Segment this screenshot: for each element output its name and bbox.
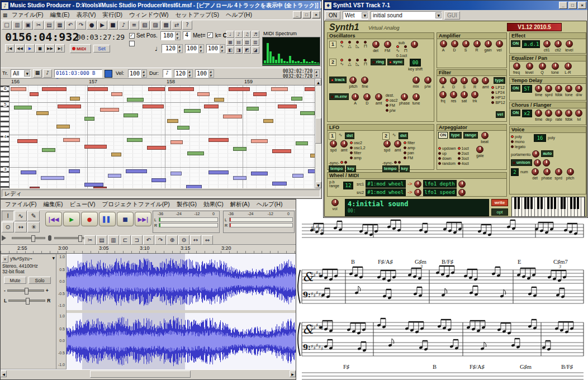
midi-note[interactable] <box>233 176 246 180</box>
arp-range-option[interactable]: 3oct <box>458 156 469 161</box>
voice-knob[interactable] <box>532 168 539 175</box>
spinner-arrows[interactable] <box>220 44 225 53</box>
midi-note[interactable] <box>14 106 32 110</box>
follow-button[interactable] <box>105 70 112 78</box>
lfo1-tempo-button[interactable]: tempo <box>329 165 345 172</box>
mod-env-decay-knob[interactable] <box>363 93 371 101</box>
scroll-right-arrow[interactable]: ▶ <box>290 370 296 377</box>
lfo1-key-button[interactable]: key <box>346 165 357 172</box>
multi-tool-icon[interactable]: ✳ <box>27 222 40 232</box>
menu-item[interactable]: 実行(D) <box>99 11 126 20</box>
midi-note[interactable] <box>143 104 164 108</box>
track-select[interactable]: All▼ <box>11 69 31 78</box>
midi-note[interactable] <box>42 87 67 91</box>
cut-icon[interactable]: ✂ <box>84 235 96 245</box>
lfo1-speed-knob[interactable] <box>330 140 337 148</box>
arp-range-option[interactable]: 2oct <box>458 151 469 156</box>
mdi-close-button[interactable]: × <box>312 11 320 18</box>
wet-dry-select[interactable]: Wet▼ <box>343 11 368 20</box>
delay-knob[interactable] <box>535 85 542 92</box>
arp-on-button[interactable]: ON <box>438 132 448 139</box>
menu-item[interactable]: 編集(E) <box>40 200 66 209</box>
mod-env-dest-option[interactable]: osc2 <box>386 98 398 103</box>
midi-note[interactable] <box>271 87 288 91</box>
midi-note[interactable] <box>127 138 143 142</box>
redo-icon[interactable]: ↷ <box>155 235 166 245</box>
arp-range-button[interactable]: range <box>463 132 478 139</box>
arp-type-option[interactable]: updown <box>438 146 456 151</box>
chorus-knob[interactable] <box>575 110 582 117</box>
beat-value-box[interactable]: 4 <box>183 31 191 40</box>
phase-knob[interactable] <box>401 93 408 101</box>
midi-note[interactable] <box>177 126 189 130</box>
eq-pan-knob[interactable] <box>552 63 559 70</box>
chorus-on-button[interactable]: ON <box>511 110 520 116</box>
play-button[interactable]: ▶ <box>63 212 80 226</box>
midi-note[interactable] <box>229 87 250 91</box>
chorus-knob[interactable] <box>535 110 542 117</box>
src2-display[interactable]: #1:mod wheel <box>366 188 406 196</box>
src2-amount-knob[interactable] <box>414 189 421 196</box>
arp-beat-knob[interactable] <box>481 132 489 139</box>
midi-note[interactable] <box>305 87 315 91</box>
arp-type-button[interactable]: type <box>449 132 461 139</box>
osc1-detune-knob[interactable] <box>372 41 380 48</box>
master-volume-knob[interactable] <box>331 199 339 206</box>
stop-button[interactable]: ■ <box>117 212 134 226</box>
midi-note[interactable] <box>56 125 70 129</box>
slider-thumb[interactable] <box>31 235 35 242</box>
amplifier-knob[interactable] <box>440 40 447 48</box>
midi-note[interactable] <box>170 140 183 144</box>
midi-note[interactable] <box>69 169 80 173</box>
mod-env-dest-option[interactable]: p/w <box>386 108 398 113</box>
minimize-button[interactable]: _ <box>320 2 321 9</box>
midi-note[interactable] <box>308 169 315 173</box>
pitch-knob[interactable] <box>349 77 357 84</box>
midi-note[interactable] <box>30 92 39 96</box>
filter-type-option[interactable]: LP24 <box>491 90 505 95</box>
lfo2-tempo-button[interactable]: tempo <box>382 165 399 172</box>
solo-button[interactable]: Solo <box>29 277 51 284</box>
filter-type-button[interactable]: type <box>494 77 505 84</box>
scroll-left-arrow[interactable]: ◀ <box>1 370 7 377</box>
spinner-arrows[interactable] <box>198 44 204 53</box>
lfo2-key-button[interactable]: key <box>400 165 410 172</box>
midi-note[interactable] <box>84 183 103 187</box>
menu-item[interactable]: ヘルプ(H) <box>253 200 286 209</box>
view-icon[interactable]: ▧ <box>243 39 251 46</box>
stop-icon[interactable]: ■ <box>108 21 118 30</box>
midi-note[interactable] <box>108 174 121 178</box>
close-track-button[interactable]: × <box>2 255 8 263</box>
selection-tool-icon[interactable]: I <box>2 211 14 221</box>
eq-pan-knob[interactable] <box>565 63 572 70</box>
opt-button[interactable]: opt <box>491 208 508 216</box>
midi-note[interactable] <box>42 148 55 152</box>
waveform-option[interactable]: ◺ <box>354 41 361 49</box>
waveform-option[interactable]: ⊓ <box>362 59 369 66</box>
src2-dest-display[interactable]: lfo1 speed <box>423 188 457 196</box>
forward-button[interactable]: ▶▶ <box>45 44 55 53</box>
midi-note[interactable] <box>111 92 122 96</box>
midi-note[interactable] <box>223 115 242 118</box>
arp-range-option[interactable]: 1oct <box>458 146 469 151</box>
filter-velocity-button[interactable]: vel <box>496 111 505 118</box>
midi-note[interactable] <box>300 111 315 115</box>
filter-knob[interactable] <box>439 91 447 98</box>
maximize-button[interactable]: □ <box>568 2 577 9</box>
view-icon[interactable]: ♩ <box>226 31 234 38</box>
midi-note[interactable] <box>251 172 268 175</box>
delay-mode-display[interactable]: ST <box>522 85 532 93</box>
lfo2-dest-button[interactable]: dst <box>399 132 408 139</box>
filter-envelope-knob[interactable] <box>450 77 457 84</box>
duration-note-box[interactable]: ♪ <box>163 69 172 78</box>
midi-note[interactable] <box>292 174 304 178</box>
copy-icon[interactable]: ▤ <box>96 235 107 245</box>
filter-knob[interactable] <box>450 91 457 98</box>
spinner-arrows[interactable] <box>208 69 214 78</box>
amplifier-knob[interactable] <box>485 40 492 48</box>
filter-type-option[interactable]: LP12 <box>491 85 505 90</box>
tune-knob[interactable] <box>412 93 420 101</box>
arp-type-option[interactable]: random <box>438 161 456 166</box>
waveform-option[interactable]: ◺ <box>354 59 361 66</box>
piano-keyboard-strip[interactable]: 6543 <box>1 86 10 188</box>
